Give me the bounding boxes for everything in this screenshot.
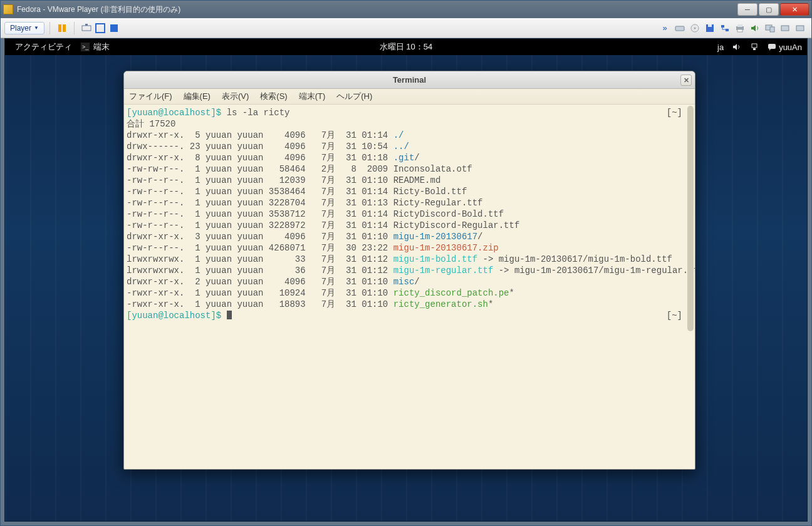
current-app-label: 端末	[93, 41, 110, 53]
arrow-right-icon[interactable]: »	[660, 23, 670, 33]
devices-icon[interactable]	[765, 23, 775, 33]
tools-icon[interactable]	[795, 23, 805, 33]
vmware-app-icon	[3, 4, 13, 14]
toolbar-separator	[49, 22, 50, 34]
window-title: Fedora - VMware Player (非営利目的の使用のみ)	[17, 4, 736, 15]
svg-rect-23	[753, 48, 756, 50]
svg-rect-5	[110, 24, 118, 32]
vmware-window: Fedora - VMware Player (非営利目的の使用のみ) ─ ▢ …	[0, 0, 812, 526]
keyboard-lang[interactable]: ja	[717, 43, 724, 52]
terminal-close-button[interactable]: ✕	[680, 75, 692, 86]
menu-help[interactable]: ヘルプ(H)	[336, 91, 372, 102]
svg-rect-24	[768, 44, 776, 49]
svg-rect-14	[737, 24, 742, 27]
svg-rect-0	[58, 24, 61, 32]
vmware-toolbar: Player ▼ »	[1, 18, 811, 38]
message-icon[interactable]	[780, 23, 790, 33]
svg-rect-22	[752, 44, 757, 48]
current-app[interactable]: >_ 端末	[81, 41, 110, 53]
toolbar-separator	[74, 22, 75, 34]
floppy-icon[interactable]	[705, 23, 715, 33]
chevron-down-icon: ▼	[34, 25, 39, 31]
window-titlebar[interactable]: Fedora - VMware Player (非営利目的の使用のみ) ─ ▢ …	[1, 1, 811, 18]
gnome-top-bar: アクティビティ >_ 端末 水曜日 10：54 ja yuuAn	[5, 39, 807, 55]
svg-rect-17	[770, 27, 774, 32]
user-name: yuuAn	[779, 43, 802, 52]
network-icon[interactable]	[720, 23, 730, 33]
svg-rect-2	[82, 26, 91, 31]
window-maximize-button[interactable]: ▢	[759, 3, 779, 16]
menu-search[interactable]: 検索(S)	[260, 91, 287, 102]
window-close-button[interactable]: ✕	[780, 3, 809, 16]
window-minimize-button[interactable]: ─	[737, 3, 757, 16]
player-menu-button[interactable]: Player ▼	[4, 22, 44, 34]
menu-edit[interactable]: 編集(E)	[184, 91, 211, 102]
power-pause-icon[interactable]	[57, 23, 67, 33]
svg-rect-4	[96, 24, 105, 33]
svg-rect-11	[721, 25, 724, 28]
svg-rect-3	[85, 24, 88, 26]
network-idle-icon[interactable]	[750, 43, 759, 51]
volume-icon[interactable]	[732, 43, 741, 51]
terminal-output[interactable]: [yuuan@localhost]$ ls -la ricty[~]合計 175…	[124, 105, 695, 469]
guest-desktop[interactable]: アクティビティ >_ 端末 水曜日 10：54 ja yuuAn Termina…	[4, 38, 808, 522]
svg-rect-18	[781, 26, 789, 31]
player-menu-label: Player	[10, 24, 31, 33]
terminal-app-icon: >_	[81, 43, 90, 51]
svg-text:>_: >_	[82, 44, 89, 50]
activities-button[interactable]: アクティビティ	[10, 40, 77, 54]
terminal-titlebar[interactable]: Terminal ✕	[124, 71, 695, 89]
menu-view[interactable]: 表示(V)	[222, 91, 249, 102]
menu-terminal[interactable]: 端末(T)	[299, 91, 326, 102]
svg-rect-15	[737, 29, 742, 32]
cd-icon[interactable]	[690, 23, 700, 33]
unity-icon[interactable]	[109, 23, 119, 33]
svg-rect-10	[708, 24, 712, 27]
hdd-icon[interactable]	[675, 23, 685, 33]
terminal-menubar: ファイル(F) 編集(E) 表示(V) 検索(S) 端末(T) ヘルプ(H)	[124, 89, 695, 105]
send-keys-icon[interactable]	[81, 23, 91, 33]
terminal-scrollbar[interactable]	[687, 106, 694, 331]
user-menu[interactable]: yuuAn	[768, 43, 802, 52]
chat-icon	[768, 43, 776, 51]
fullscreen-icon[interactable]	[95, 23, 105, 33]
svg-rect-1	[63, 24, 66, 32]
printer-icon[interactable]	[735, 23, 745, 33]
terminal-window[interactable]: Terminal ✕ ファイル(F) 編集(E) 表示(V) 検索(S) 端末(…	[123, 71, 695, 470]
terminal-title: Terminal	[393, 75, 426, 85]
svg-rect-6	[675, 26, 684, 31]
sound-icon[interactable]	[750, 23, 760, 33]
menu-file[interactable]: ファイル(F)	[129, 91, 172, 102]
svg-point-8	[694, 27, 696, 29]
svg-rect-19	[796, 26, 804, 31]
clock[interactable]: 水曜日 10：54	[380, 41, 433, 53]
